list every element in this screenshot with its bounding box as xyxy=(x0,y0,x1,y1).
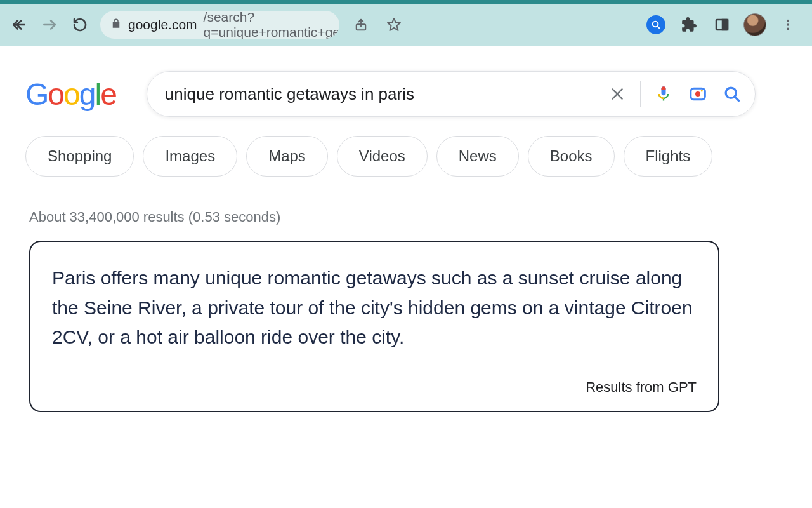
gpt-answer-card: Paris offers many unique romantic getawa… xyxy=(29,241,719,412)
profile-avatar[interactable] xyxy=(743,13,766,36)
tab-shopping[interactable]: Shopping xyxy=(25,136,134,177)
tab-books[interactable]: Books xyxy=(528,136,615,177)
svg-line-18 xyxy=(735,97,738,100)
reload-button[interactable] xyxy=(70,15,90,35)
google-logo[interactable]: Google xyxy=(25,77,116,112)
tab-label: News xyxy=(459,147,497,165)
extensions-puzzle-icon[interactable] xyxy=(678,13,700,36)
svg-point-10 xyxy=(787,23,789,26)
panel-icon[interactable] xyxy=(710,13,733,36)
svg-point-9 xyxy=(787,20,789,22)
tab-maps[interactable]: Maps xyxy=(246,136,328,177)
svg-rect-8 xyxy=(723,20,728,30)
tab-videos[interactable]: Videos xyxy=(337,136,428,177)
clear-search-icon[interactable] xyxy=(606,83,629,105)
tab-label: Shopping xyxy=(48,147,112,165)
tab-label: Books xyxy=(550,147,593,165)
extension-search-icon[interactable] xyxy=(645,13,667,36)
address-bar[interactable]: google.com/search?q=unique+romantic+geta… xyxy=(100,11,339,39)
svg-point-15 xyxy=(695,91,700,97)
tab-news[interactable]: News xyxy=(436,136,519,177)
svg-point-16 xyxy=(701,90,703,92)
gpt-attribution: Results from GPT xyxy=(52,379,697,396)
forward-button[interactable] xyxy=(39,15,60,35)
bookmark-star-icon[interactable] xyxy=(383,13,405,36)
search-divider xyxy=(640,81,641,107)
tab-flights[interactable]: Flights xyxy=(624,136,713,177)
svg-line-6 xyxy=(657,26,660,29)
results-area: About 33,400,000 results (0.53 seconds) … xyxy=(0,192,812,412)
tab-label: Videos xyxy=(359,147,405,165)
search-input[interactable] xyxy=(165,84,594,104)
gpt-answer-text: Paris offers many unique romantic getawa… xyxy=(52,264,697,352)
browser-toolbar: google.com/search?q=unique+romantic+geta… xyxy=(0,0,812,46)
kebab-menu-icon[interactable] xyxy=(776,13,799,36)
tab-label: Maps xyxy=(268,147,306,165)
search-tabs: Shopping Images Maps Videos News Books F… xyxy=(0,117,812,192)
search-box xyxy=(147,71,756,117)
share-icon[interactable] xyxy=(350,13,372,36)
search-submit-icon[interactable] xyxy=(721,83,743,105)
back-button[interactable] xyxy=(9,15,29,35)
tab-label: Images xyxy=(165,147,215,165)
voice-search-icon[interactable] xyxy=(652,83,675,105)
result-stats: About 33,400,000 results (0.53 seconds) xyxy=(29,209,787,225)
search-header: Google xyxy=(0,46,812,117)
svg-marker-4 xyxy=(388,18,400,30)
url-host: google.com xyxy=(128,17,197,32)
tab-images[interactable]: Images xyxy=(143,136,237,177)
url-path: /search?q=unique+romantic+getaw… xyxy=(204,11,339,39)
lens-search-icon[interactable] xyxy=(686,83,709,105)
svg-point-11 xyxy=(787,28,789,30)
tab-label: Flights xyxy=(646,147,691,165)
lock-icon xyxy=(110,17,122,32)
